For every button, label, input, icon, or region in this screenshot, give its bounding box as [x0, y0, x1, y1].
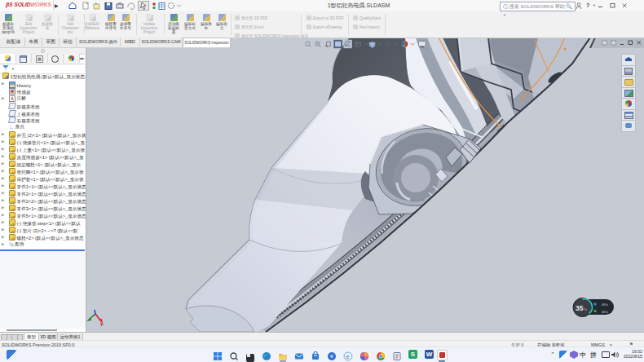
svg-text:35: 35	[576, 304, 584, 312]
svg-text:0K/s: 0K/s	[602, 310, 608, 314]
svg-text:0K/s: 0K/s	[602, 302, 608, 307]
svg-text:%: %	[584, 307, 588, 311]
svg-text:e: e	[346, 354, 350, 360]
